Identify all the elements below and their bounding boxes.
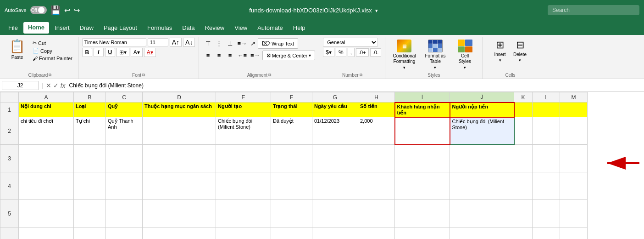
clipboard-expand-icon[interactable]: ⧉ bbox=[49, 73, 51, 78]
cell-a3[interactable] bbox=[19, 145, 74, 172]
cell-d5[interactable] bbox=[143, 200, 216, 228]
delete-dropdown[interactable]: ▾ bbox=[519, 58, 521, 63]
menu-help[interactable]: Help bbox=[289, 23, 310, 33]
align-right-btn[interactable]: ≡ bbox=[225, 51, 235, 60]
number-expand-icon[interactable]: ⧉ bbox=[360, 73, 362, 78]
cell-j5[interactable] bbox=[450, 200, 514, 228]
cell-c6[interactable] bbox=[106, 228, 143, 239]
insert-button[interactable]: ⊞ Insert ▾ bbox=[492, 38, 508, 64]
italic-button[interactable]: I bbox=[94, 48, 104, 57]
cell-a4[interactable] bbox=[19, 172, 74, 200]
cell-i2[interactable] bbox=[395, 117, 450, 145]
cut-button[interactable]: ✂ Cut bbox=[31, 40, 74, 46]
col-header-j[interactable]: J bbox=[450, 92, 514, 102]
cell-a6[interactable] bbox=[19, 228, 74, 239]
wrap-text-button[interactable]: ⌦ Wrap Text bbox=[258, 38, 298, 49]
cell-g2[interactable]: 01/12/2023 bbox=[312, 117, 358, 145]
comma-btn[interactable]: , bbox=[348, 48, 355, 57]
format-painter-button[interactable]: 🖌 Format Painter bbox=[31, 55, 74, 62]
cell-h1[interactable]: Số tiền bbox=[358, 102, 395, 117]
border-dropdown-btn[interactable]: ⊞▾ bbox=[117, 48, 129, 57]
paste-button[interactable]: 📋 Paste bbox=[6, 38, 29, 61]
cell-k1[interactable] bbox=[514, 102, 533, 117]
save-icon[interactable]: 💾 bbox=[50, 5, 61, 15]
cell-m4[interactable] bbox=[560, 172, 588, 200]
cell-h6[interactable] bbox=[358, 228, 395, 239]
menu-page-layout[interactable]: Page Layout bbox=[99, 23, 142, 33]
cell-styles-button[interactable]: CellStyles ▾ bbox=[451, 38, 479, 72]
autosave-toggle[interactable]: Off bbox=[30, 6, 47, 14]
cell-i1[interactable]: Khách hàng nhận tiền bbox=[395, 102, 450, 117]
search-input[interactable] bbox=[548, 5, 639, 15]
cell-l5[interactable] bbox=[533, 200, 560, 228]
menu-automate[interactable]: Automate bbox=[253, 23, 288, 33]
align-center-btn[interactable]: ≡ bbox=[214, 51, 224, 60]
indent-right-btn[interactable]: ≡→ bbox=[236, 39, 248, 48]
col-header-l[interactable]: L bbox=[533, 92, 560, 102]
format-as-table-button[interactable]: Format asTable ▾ bbox=[421, 38, 449, 72]
cell-d4[interactable] bbox=[143, 172, 216, 200]
merge-center-button[interactable]: ⊠ Merge & Center ▾ bbox=[262, 51, 316, 60]
col-header-m[interactable]: M bbox=[560, 92, 588, 102]
row-header-5[interactable]: 5 bbox=[0, 200, 19, 228]
cell-l6[interactable] bbox=[533, 228, 560, 239]
conditional-formatting-button[interactable]: ▤ ConditionalFormatting ▾ bbox=[389, 38, 419, 72]
cell-c5[interactable] bbox=[106, 200, 143, 228]
number-format-select[interactable]: General Number Currency Percentage bbox=[323, 38, 378, 47]
redo-icon[interactable]: ↪ bbox=[74, 6, 80, 15]
row-header-4[interactable]: 4 bbox=[0, 172, 19, 200]
cell-c1[interactable]: Quỹ bbox=[106, 102, 143, 117]
cell-l3[interactable] bbox=[533, 145, 560, 172]
cell-g1[interactable]: Ngày yêu cầu bbox=[312, 102, 358, 117]
bold-button[interactable]: B bbox=[82, 48, 92, 57]
cell-c4[interactable] bbox=[106, 172, 143, 200]
cell-l1[interactable] bbox=[533, 102, 560, 117]
cell-a5[interactable] bbox=[19, 200, 74, 228]
underline-button[interactable]: U bbox=[105, 48, 115, 57]
row-header-1[interactable]: 1 bbox=[0, 102, 19, 117]
col-header-h[interactable]: H bbox=[358, 92, 395, 102]
decimal-dec-btn[interactable]: .0- bbox=[370, 48, 382, 57]
cell-j2[interactable]: Chiếc bụng đói (Milient Stone) bbox=[450, 117, 514, 145]
increase-font-icon[interactable]: A↑ bbox=[170, 38, 182, 47]
cell-e5[interactable] bbox=[216, 200, 271, 228]
col-header-g[interactable]: G bbox=[312, 92, 358, 102]
menu-data[interactable]: Data bbox=[178, 23, 199, 33]
cell-m1[interactable] bbox=[560, 102, 588, 117]
cell-k6[interactable] bbox=[514, 228, 533, 239]
cell-g5[interactable] bbox=[312, 200, 358, 228]
align-middle-btn[interactable]: ⋮ bbox=[214, 39, 224, 48]
align-left-btn[interactable]: ≡ bbox=[203, 51, 213, 60]
align-bottom-btn[interactable]: ⊥ bbox=[225, 39, 235, 48]
col-header-i[interactable]: I bbox=[395, 92, 450, 102]
cell-e1[interactable]: Người tạo bbox=[216, 102, 271, 117]
cell-a2[interactable]: chi tiêu đi chơi bbox=[19, 117, 74, 145]
cell-f2[interactable]: Đã duyệt bbox=[271, 117, 312, 145]
cell-e2[interactable]: Chiếc bụng đói (Milient Stone) bbox=[216, 117, 271, 145]
merge-dropdown-icon[interactable]: ▾ bbox=[309, 53, 311, 58]
font-color-btn[interactable]: A▾ bbox=[144, 48, 156, 57]
cell-d6[interactable] bbox=[143, 228, 216, 239]
cell-c2[interactable]: Quỹ Thanh Anh bbox=[106, 117, 143, 145]
font-expand-icon[interactable]: ⧉ bbox=[142, 73, 145, 78]
cell-m5[interactable] bbox=[560, 200, 588, 228]
cell-e4[interactable] bbox=[216, 172, 271, 200]
cell-d3[interactable] bbox=[143, 145, 216, 172]
row-header-6[interactable]: 6 bbox=[0, 228, 19, 239]
cell-k2[interactable] bbox=[514, 117, 533, 145]
cell-i4[interactable] bbox=[395, 172, 450, 200]
cell-e6[interactable] bbox=[216, 228, 271, 239]
cell-m6[interactable] bbox=[560, 228, 588, 239]
menu-view[interactable]: View bbox=[230, 23, 252, 33]
cell-f6[interactable] bbox=[271, 228, 312, 239]
col-header-b[interactable]: B bbox=[74, 92, 106, 102]
cell-k3[interactable] bbox=[514, 145, 533, 172]
indent-inc-btn[interactable]: ≡→ bbox=[249, 51, 261, 60]
cell-f1[interactable]: Trạng thái bbox=[271, 102, 312, 117]
cell-d1[interactable]: Thuộc hạng mục ngân sách bbox=[143, 102, 216, 117]
col-header-f[interactable]: F bbox=[271, 92, 312, 102]
col-header-k[interactable]: K bbox=[514, 92, 533, 102]
cell-i6[interactable] bbox=[395, 228, 450, 239]
cell-k5[interactable] bbox=[514, 200, 533, 228]
cell-h3[interactable] bbox=[358, 145, 395, 172]
